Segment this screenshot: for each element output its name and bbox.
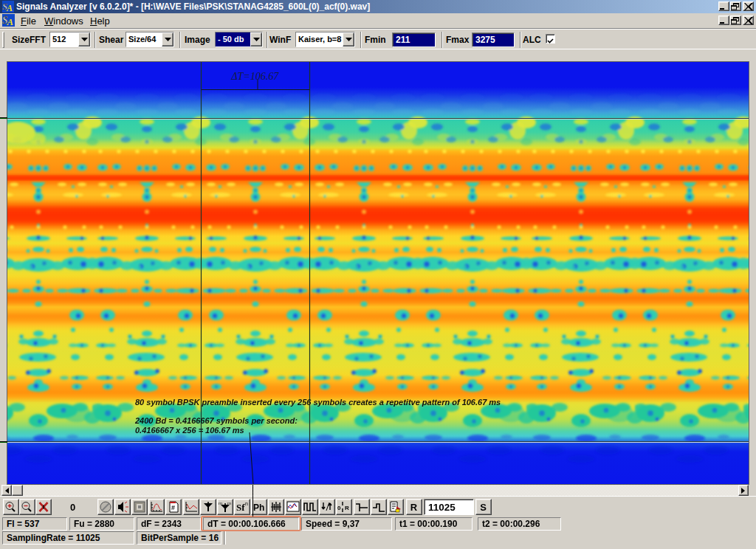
svg-text:ΔT=106.67: ΔT=106.67: [230, 71, 279, 82]
svg-text:Sf: Sf: [236, 502, 245, 513]
svg-text:#: #: [171, 504, 175, 511]
svg-text:R: R: [345, 505, 349, 511]
svg-text:0: 0: [337, 505, 341, 511]
svg-text:A: A: [6, 17, 13, 27]
svg-text:2400 Bd = 0.4166667 symbols pe: 2400 Bd = 0.4166667 symbols per second:: [134, 416, 298, 425]
svg-text:80 symbol BPSK preamble insert: 80 symbol BPSK preamble inserted every 2…: [135, 398, 501, 407]
svg-text:n: n: [245, 501, 248, 506]
svg-text:0.4166667 x 256 = 106.67 ms: 0.4166667 x 256 = 106.67 ms: [135, 426, 244, 435]
svg-text:Ph: Ph: [253, 503, 264, 513]
svg-text:A: A: [6, 3, 13, 13]
